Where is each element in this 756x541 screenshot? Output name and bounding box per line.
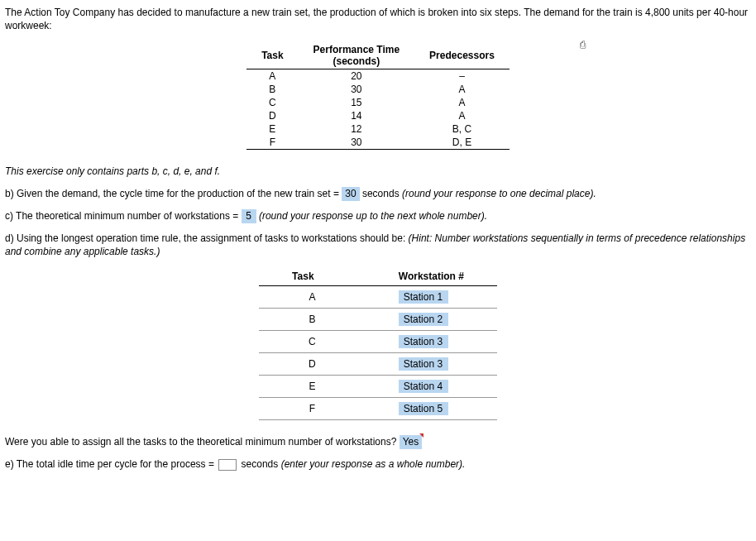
table-row: D14A: [246, 109, 510, 122]
table-row: F30D, E: [246, 136, 510, 150]
intro-text: The Action Toy Company has decided to ma…: [5, 7, 751, 32]
question-e: e) The total idle time per cycle for the…: [5, 457, 751, 472]
station-select-d[interactable]: Station 3: [399, 357, 448, 371]
table-row: BStation 2: [259, 309, 497, 331]
question-c: c) The theoretical minimum number of wor…: [5, 209, 751, 223]
idle-time-input[interactable]: [218, 459, 237, 471]
th-task2: Task: [259, 267, 366, 286]
station-select-e[interactable]: Station 4: [399, 380, 448, 393]
table-row: E12B, C: [246, 122, 510, 136]
station-select-f[interactable]: Station 5: [399, 402, 448, 415]
assigned-question: Were you able to assign all the tasks to…: [5, 435, 751, 449]
table-row: B30A: [246, 83, 510, 96]
assigned-answer-select[interactable]: Yes: [400, 435, 423, 449]
table-row: FStation 5: [259, 398, 497, 420]
cycle-time-input[interactable]: 30: [342, 187, 359, 201]
th-perf: Performance Time(seconds): [299, 42, 415, 69]
workstation-table: Task Workstation # AStation 1 BStation 2…: [259, 267, 497, 420]
min-workstations-input[interactable]: 5: [242, 209, 256, 223]
task-table: Task Performance Time(seconds) Predecess…: [246, 42, 510, 150]
table-row: EStation 4: [259, 376, 497, 398]
table-row: A20–: [246, 69, 510, 84]
th-ws: Workstation #: [366, 267, 497, 286]
question-d: d) Using the longest operation time rule…: [5, 232, 751, 260]
table-row: DStation 3: [259, 353, 497, 376]
parts-note: This exercise only contains parts b, c, …: [5, 165, 751, 179]
station-select-a[interactable]: Station 1: [399, 290, 448, 304]
th-pred: Predecessors: [414, 42, 510, 69]
print-icon[interactable]: ⎙: [580, 39, 586, 50]
question-b: b) Given the demand, the cycle time for …: [5, 187, 751, 201]
table-row: CStation 3: [259, 331, 497, 353]
table-row: C15A: [246, 96, 510, 109]
table-row: AStation 1: [259, 286, 497, 309]
station-select-c[interactable]: Station 3: [399, 335, 448, 348]
station-select-b[interactable]: Station 2: [399, 313, 448, 326]
th-task: Task: [246, 42, 298, 69]
